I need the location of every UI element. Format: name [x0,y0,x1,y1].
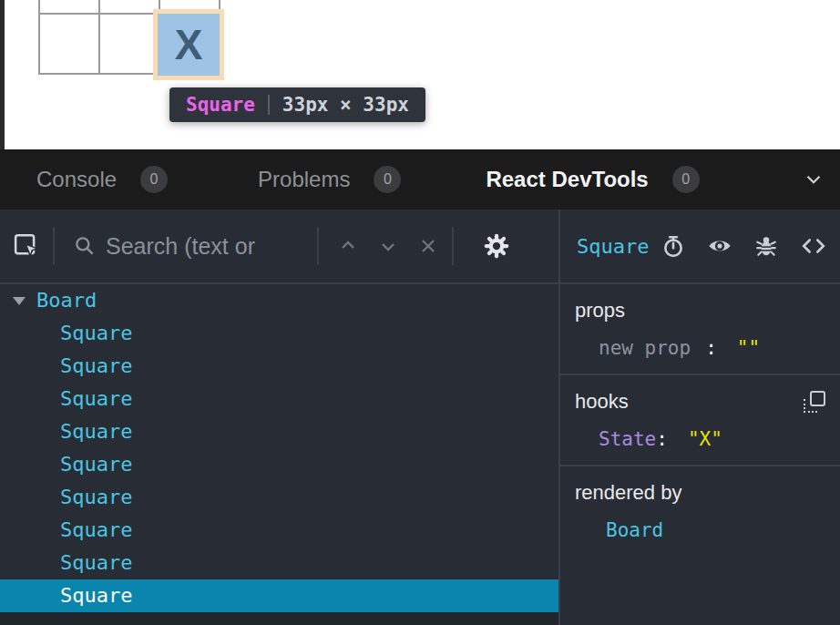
tree-item-square[interactable]: Square [0,317,558,350]
state-hook-row: State:"X" [599,428,825,450]
tree-scroll-gutter [0,612,558,625]
hook-value[interactable]: "X" [688,428,722,450]
component-label: Square [60,448,132,481]
tab-react-devtools[interactable]: React DevTools 0 [486,166,699,193]
tree-item-square[interactable]: Square [0,350,558,383]
tab-badge: 0 [672,166,700,193]
tab-badge: 0 [374,166,401,193]
suspend-stopwatch-icon[interactable] [661,234,685,258]
component-label: Square [60,350,132,383]
tab-console[interactable]: Console 0 [36,166,168,193]
board-square[interactable] [100,15,160,75]
inspect-element-icon[interactable] [13,232,40,260]
component-label: Square [60,514,132,547]
tab-badge: 0 [140,166,168,193]
component-label: Board [36,284,97,317]
inspect-highlight-padding: X [153,9,224,80]
selected-component-name: Square [577,235,649,258]
props-section: props new prop:"" [560,284,840,375]
inspect-dom-eye-icon[interactable] [707,233,732,259]
component-label: Square [60,481,132,514]
component-label: Square [60,547,132,579]
toolbar-divider [452,227,454,265]
board-square[interactable] [100,0,160,15]
inspect-highlight-content[interactable]: X [158,14,220,76]
inspect-tooltip: Square 33px × 33px [169,87,425,122]
log-data-bug-icon[interactable] [754,234,778,258]
tooltip-component-name: Square [186,94,255,116]
board-square[interactable] [40,15,100,75]
tab-label: Problems [258,167,350,192]
inspector-header: Square [560,210,840,284]
tree-item-square[interactable]: Square [0,514,558,547]
tree-item-square[interactable]: Square [0,415,558,448]
search-clear-icon[interactable] [417,235,439,257]
search-input[interactable] [106,233,304,260]
search-next-icon[interactable] [377,235,399,257]
tab-label: React DevTools [486,167,648,192]
colon: : [705,337,717,359]
tooltip-divider [268,95,270,115]
props-title: props [575,299,825,323]
settings-gear-icon[interactable] [483,232,510,260]
devtools-tab-bar: Console 0 Problems 0 React DevTools 0 [0,149,840,210]
search-prev-icon[interactable] [337,235,359,257]
toolbar-divider [53,227,55,265]
component-label: Square [60,579,132,612]
tree-item-board[interactable]: Board [0,284,558,317]
components-tree-pane: Board Square Square Square Square Square… [0,210,558,625]
view-source-code-icon[interactable] [800,234,827,258]
component-tree: Board Square Square Square Square Square… [0,284,558,612]
rendered-by-owner-link[interactable]: Board [606,519,825,541]
new-prop-row: new prop:"" [599,337,825,359]
component-inspector-pane: Square [560,210,840,625]
expander-triangle-icon[interactable] [13,297,26,305]
hooks-title: hooks [575,390,629,414]
colon: : [656,428,668,450]
inspected-page-viewport: X Square 33px × 33px [0,0,840,149]
tooltip-dimensions: 33px × 33px [282,94,409,116]
parse-hook-names-icon[interactable] [804,391,825,413]
tree-item-square[interactable]: Square [0,547,558,579]
search-icon [73,234,97,258]
tree-toolbar [0,210,558,284]
component-label: Square [60,317,132,350]
react-devtools-panel: Board Square Square Square Square Square… [0,210,840,625]
tree-item-square[interactable]: Square [0,481,558,514]
tree-item-square[interactable]: Square [0,448,558,481]
tab-problems[interactable]: Problems 0 [258,166,401,193]
new-prop-value-input[interactable]: "" [737,337,760,359]
hooks-section: hooks State:"X" [560,375,840,466]
rendered-by-title: rendered by [575,481,825,505]
toolbar-divider [317,227,319,265]
tab-label: Console [36,167,117,192]
tree-item-square[interactable]: Square [0,383,558,415]
board-square[interactable] [40,0,100,15]
tree-item-square-selected[interactable]: Square [0,579,558,612]
hook-name: State [599,428,656,450]
component-label: Square [60,415,132,448]
new-prop-key-input[interactable]: new prop [599,337,691,359]
component-label: Square [60,383,132,415]
rendered-by-section: rendered by Board [560,466,840,556]
chevron-down-icon[interactable] [802,168,825,191]
